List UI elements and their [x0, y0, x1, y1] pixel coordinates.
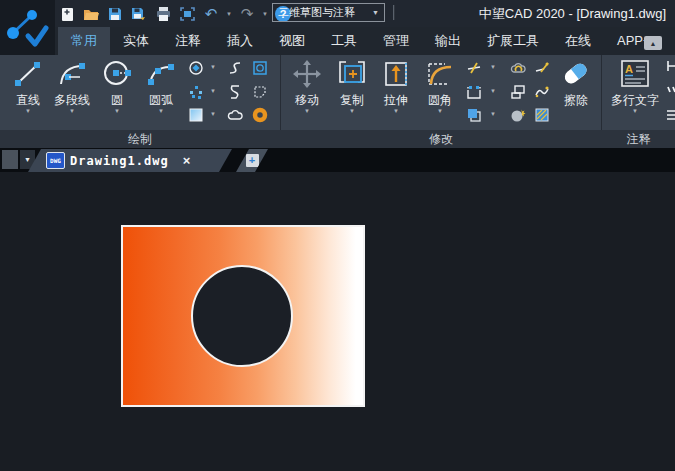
trim-icon[interactable]	[466, 60, 482, 76]
line-icon	[12, 57, 44, 91]
tab-output[interactable]: 输出	[422, 27, 474, 55]
erase-button[interactable]: 擦除	[552, 57, 600, 107]
stretch-button[interactable]: 拉伸 ▼	[374, 57, 418, 116]
zwcad-window: ↶ ▼ ↷ ▼ ? 二维草图与注释 ▼ 中望CAD 2020 - [Drawin…	[0, 0, 675, 471]
copy-label: 复制	[340, 93, 364, 107]
document-tab-drawing1[interactable]: DWG Drawing1.dwg ×	[28, 149, 232, 172]
mtext-icon: A	[619, 57, 651, 91]
stretch-label: 拉伸	[384, 93, 408, 107]
caret-down-icon: ▼	[393, 107, 399, 116]
new-drawing-tab-button[interactable]: +	[236, 149, 268, 172]
tab-manage[interactable]: 管理	[370, 27, 422, 55]
line-label: 直线	[16, 93, 40, 107]
tab-annotate[interactable]: 注释	[162, 27, 214, 55]
caret-down-icon: ▼	[349, 107, 355, 116]
ribbon-tabs: 常用 实体 注释 插入 视图 工具 管理 输出 扩展工具 在线 APP+	[58, 27, 664, 55]
dwg-file-icon: DWG	[46, 152, 65, 169]
undo-dropdown-caret[interactable]: ▼	[225, 11, 233, 17]
wipeout-icon[interactable]	[252, 84, 268, 100]
trim-dropdown-caret[interactable]: ▼	[488, 64, 498, 70]
circle-island[interactable]	[191, 265, 293, 367]
gradient-dropdown-caret[interactable]: ▼	[208, 111, 218, 117]
zwcad-logo-icon	[0, 0, 55, 55]
tab-insert[interactable]: 插入	[214, 27, 266, 55]
workspace-selector[interactable]: 二维草图与注释 ▼	[272, 3, 385, 22]
save-button[interactable]	[105, 4, 125, 24]
caret-down-icon: ▼	[114, 107, 120, 116]
draw-panel-label[interactable]: 绘制	[0, 130, 280, 148]
save-icon	[107, 6, 123, 22]
ellipse-dropdown-caret[interactable]: ▼	[208, 64, 218, 70]
redo-button[interactable]: ↷	[237, 4, 257, 24]
caret-down-icon: ▼	[158, 107, 164, 116]
undo-icon: ↶	[205, 6, 218, 21]
preview-button[interactable]	[177, 4, 197, 24]
undo-button[interactable]: ↶	[201, 4, 221, 24]
explode-icon[interactable]	[510, 107, 526, 123]
donut-icon[interactable]	[252, 107, 268, 123]
ribbon-collapse-button[interactable]: ▲	[644, 36, 662, 50]
workspace-selector-value: 二维草图与注释	[278, 5, 355, 20]
drawing-canvas[interactable]	[0, 172, 675, 471]
region-icon[interactable]	[252, 60, 268, 76]
fillet-icon	[424, 57, 456, 91]
point-icon[interactable]	[188, 84, 204, 100]
redo-dropdown-caret[interactable]: ▼	[261, 11, 269, 17]
move-button[interactable]: 移动 ▼	[285, 57, 329, 116]
caret-down-icon: ▼	[632, 107, 638, 116]
tab-view[interactable]: 视图	[266, 27, 318, 55]
tab-home[interactable]: 常用	[58, 27, 110, 55]
line-button[interactable]: 直线 ▼	[6, 57, 50, 116]
spline-fit-icon[interactable]	[227, 84, 243, 100]
caret-down-icon: ▼	[24, 156, 31, 163]
app-logo[interactable]	[0, 0, 55, 55]
revision-cloud-icon[interactable]	[227, 107, 243, 123]
ribbon: 直线 ▼ 多段线 ▼ 圆 ▼	[0, 55, 675, 148]
print-button[interactable]	[153, 4, 173, 24]
array-icon[interactable]	[466, 84, 482, 100]
mtext-button[interactable]: A 多行文字 ▼	[606, 57, 664, 116]
rotate-icon[interactable]	[510, 60, 526, 76]
tab-tools[interactable]: 工具	[318, 27, 370, 55]
close-icon[interactable]: ×	[183, 153, 191, 168]
fillet-label: 圆角	[428, 93, 452, 107]
polyline-button[interactable]: 多段线 ▼	[48, 57, 96, 116]
clipped-annotation-icons	[664, 55, 675, 130]
chevron-down-icon: ▼	[372, 9, 379, 16]
tab-solid[interactable]: 实体	[110, 27, 162, 55]
copy-button[interactable]: 复制 ▼	[330, 57, 374, 116]
tabbar-menu-button[interactable]	[2, 150, 18, 169]
ellipse-icon[interactable]	[188, 60, 204, 76]
offset-dropdown-caret[interactable]: ▼	[488, 111, 498, 117]
window-title: 中望CAD 2020 - [Drawing1.dwg]	[479, 5, 666, 23]
annotation-panel-label[interactable]: 注释	[602, 130, 675, 148]
spline-icon[interactable]	[227, 60, 243, 76]
redo-icon: ↷	[241, 6, 254, 21]
offset-icon[interactable]	[466, 107, 482, 123]
array-dropdown-caret[interactable]: ▼	[488, 88, 498, 94]
gradient-icon[interactable]	[188, 107, 204, 123]
caret-down-icon: ▼	[69, 107, 75, 116]
svg-text:A: A	[625, 63, 633, 75]
new-file-button[interactable]	[57, 4, 77, 24]
arc-button[interactable]: 圆弧 ▼	[139, 57, 183, 116]
caret-down-icon: ▼	[304, 107, 310, 116]
fillet-button[interactable]: 圆角 ▼	[418, 57, 462, 116]
polyline-icon	[56, 57, 88, 91]
extend-icon[interactable]	[534, 60, 550, 76]
tab-online[interactable]: 在线	[552, 27, 604, 55]
hatch-edit-icon[interactable]	[534, 107, 550, 123]
align-icon[interactable]	[510, 84, 526, 100]
modify-panel-label[interactable]: 修改	[281, 130, 601, 148]
open-folder-icon	[82, 6, 100, 22]
open-file-button[interactable]	[81, 4, 101, 24]
point-dropdown-caret[interactable]: ▼	[208, 88, 218, 94]
circle-button[interactable]: 圆 ▼	[97, 57, 137, 116]
arc-label: 圆弧	[149, 93, 173, 107]
save-as-button[interactable]	[129, 4, 149, 24]
move-icon	[291, 57, 323, 91]
tab-express[interactable]: 扩展工具	[474, 27, 552, 55]
edit-spline-icon[interactable]	[534, 84, 550, 100]
copy-icon	[336, 57, 368, 91]
quick-access-toolbar: ↶ ▼ ↷ ▼ ?	[57, 3, 293, 24]
